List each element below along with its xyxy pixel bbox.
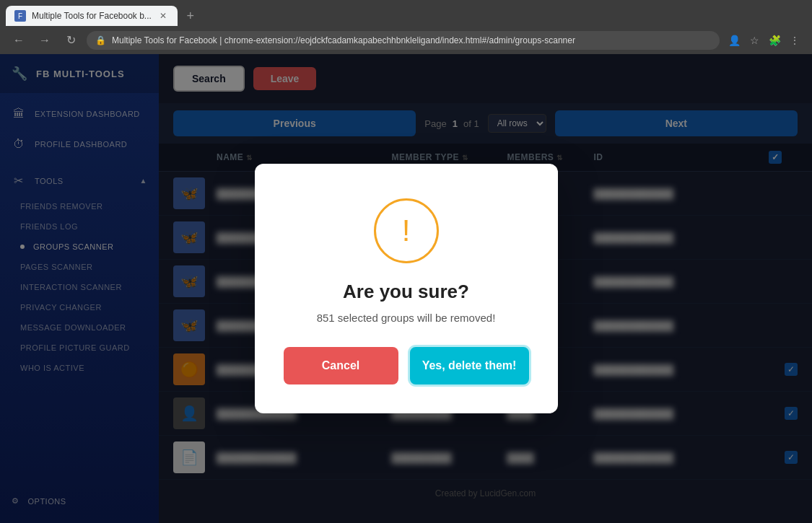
browser-actions: 👤 ☆ 🧩 ⋮ [725,32,803,49]
tab-title: Multiple Tools for Facebook b... [32,11,152,21]
active-tab[interactable]: F Multiple Tools for Facebook b... ✕ [6,6,178,26]
modal-overlay: ! Are you sure? 851 selected groups will… [0,54,812,523]
browser-tabs: F Multiple Tools for Facebook b... ✕ + [0,0,812,26]
cancel-button[interactable]: Cancel [284,347,398,384]
modal-title: Are you sure? [343,281,469,303]
address-bar[interactable]: 🔒 Multiple Tools for Facebook | chrome-e… [87,31,720,50]
modal-message: 851 selected groups will be removed! [317,312,496,324]
new-tab-button[interactable]: + [180,6,201,26]
forward-button[interactable]: → [35,30,55,50]
reload-button[interactable]: ↻ [61,30,81,50]
app-container: 🔧 FB MULTI-TOOLS 🏛 EXTENSION DASHBOARD ⏱… [0,54,812,523]
star-button[interactable]: ☆ [746,32,763,49]
menu-button[interactable]: ⋮ [786,32,803,49]
confirm-delete-button[interactable]: Yes, delete them! [410,347,529,384]
profile-button[interactable]: 👤 [725,32,743,49]
browser-chrome: F Multiple Tools for Facebook b... ✕ + ←… [0,0,812,54]
modal-buttons: Cancel Yes, delete them! [284,347,529,384]
tab-close-button[interactable]: ✕ [157,10,169,22]
confirmation-modal: ! Are you sure? 851 selected groups will… [255,164,558,413]
security-icon: 🔒 [95,35,106,45]
back-button[interactable]: ← [9,30,29,50]
browser-bar: ← → ↻ 🔒 Multiple Tools for Facebook | ch… [0,26,812,54]
address-text: Multiple Tools for Facebook | chrome-ext… [112,35,575,45]
warning-icon-circle: ! [374,198,439,263]
modal-message-text: 851 selected groups will be removed! [317,312,496,324]
tab-favicon: F [14,10,26,22]
exclamation-icon: ! [402,216,411,246]
extension-button[interactable]: 🧩 [766,32,783,49]
